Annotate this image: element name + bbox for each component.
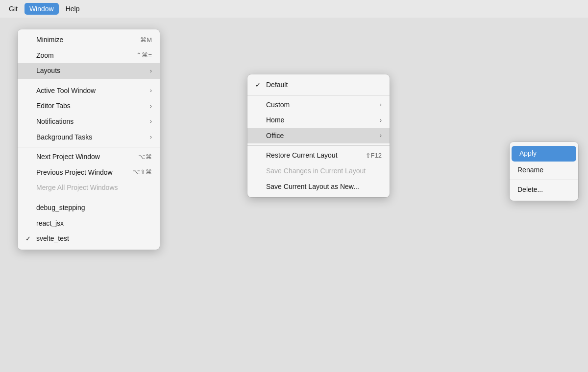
menu-item-save-changes[interactable]: Save Changes in Current Layout [247, 163, 390, 179]
zoom-label: Zoom [36, 51, 54, 61]
active-tool-window-label: Active Tool Window [36, 86, 96, 96]
minimize-label: Minimize [36, 35, 63, 45]
notifications-chevron: › [150, 117, 152, 126]
editor-tabs-label: Editor Tabs [36, 101, 71, 111]
layouts-label: Layouts [36, 66, 60, 76]
zoom-shortcut: ⌃⌘= [136, 51, 152, 60]
layouts-chevron: › [150, 67, 152, 75]
svelte-test-label: svelte_test [36, 234, 69, 244]
restore-shortcut: ⇧F12 [366, 151, 382, 160]
prev-project-shortcut: ⌥⇧⌘ [133, 168, 152, 177]
menu-item-layouts[interactable]: Layouts › [18, 63, 160, 79]
menu-item-notifications[interactable]: Notifications › [18, 114, 160, 130]
menu-item-active-tool-window[interactable]: Active Tool Window › [18, 83, 160, 99]
active-tool-chevron: › [150, 87, 152, 95]
separator-1 [18, 81, 160, 81]
apply-label: Apply [519, 149, 537, 159]
office-sep-1 [510, 180, 578, 180]
restore-current-label: Restore Current Layout [266, 151, 338, 161]
save-as-new-label: Save Current Layout as New... [266, 182, 359, 192]
menu-item-previous-project-window[interactable]: Previous Project Window ⌥⇧⌘ [18, 165, 160, 181]
rename-label: Rename [517, 165, 543, 175]
home-chevron: › [380, 116, 382, 125]
menu-item-home[interactable]: Home › [247, 113, 390, 128]
svelte-check: ✓ [25, 234, 33, 243]
menu-item-apply[interactable]: Apply [512, 146, 576, 162]
menu-item-editor-tabs[interactable]: Editor Tabs › [18, 98, 160, 114]
menu-item-zoom[interactable]: Zoom ⌃⌘= [18, 48, 160, 64]
debug-stepping-label: debug_stepping [36, 203, 85, 213]
menu-item-svelte-test[interactable]: ✓ svelte_test [18, 231, 160, 247]
menu-item-default[interactable]: ✓ Default [247, 77, 390, 93]
menu-item-debug-stepping[interactable]: debug_stepping [18, 200, 160, 216]
layouts-menu: ✓ Default Custom › Home › Office › [247, 74, 390, 197]
menu-item-save-as-new[interactable]: Save Current Layout as New... [247, 179, 390, 195]
previous-project-window-label: Previous Project Window [36, 168, 113, 178]
window-menu: Minimize ⌘M Zoom ⌃⌘= Layouts › Active To… [18, 29, 160, 250]
menu-item-rename[interactable]: Rename [510, 163, 578, 178]
next-project-window-label: Next Project Window [36, 152, 100, 162]
office-menu: Apply Rename Delete... [510, 142, 578, 201]
home-label: Home [266, 116, 284, 125]
menu-item-react-jsx[interactable]: react_jsx [18, 216, 160, 232]
minimize-shortcut: ⌘M [140, 36, 152, 45]
background-tasks-chevron: › [150, 133, 152, 141]
separator-2 [18, 147, 160, 147]
save-changes-label: Save Changes in Current Layout [266, 166, 366, 176]
default-check: ✓ [255, 81, 263, 90]
office-chevron: › [380, 132, 382, 140]
menu-bar: Git Window Help [0, 0, 588, 18]
menu-bar-git[interactable]: Git [4, 3, 23, 15]
menu-item-office[interactable]: Office › [247, 128, 390, 144]
merge-all-label: Merge All Project Windows [36, 183, 118, 193]
separator-3 [18, 198, 160, 198]
react-jsx-label: react_jsx [36, 219, 64, 229]
menu-item-merge-all[interactable]: Merge All Project Windows [18, 180, 160, 196]
menu-item-custom[interactable]: Custom › [247, 97, 390, 113]
menu-item-delete[interactable]: Delete... [510, 182, 578, 198]
menu-bar-help[interactable]: Help [61, 3, 85, 15]
next-project-shortcut: ⌥⌘ [138, 153, 152, 162]
editor-tabs-chevron: › [150, 102, 152, 111]
menu-item-minimize[interactable]: Minimize ⌘M [18, 32, 160, 48]
custom-label: Custom [266, 100, 290, 110]
delete-label: Delete... [517, 185, 543, 195]
custom-chevron: › [380, 101, 382, 109]
default-label: Default [266, 80, 288, 90]
menu-bar-window[interactable]: Window [24, 3, 59, 15]
menu-item-next-project-window[interactable]: Next Project Window ⌥⌘ [18, 149, 160, 165]
background-tasks-label: Background Tasks [36, 133, 92, 142]
layouts-sep-2 [247, 145, 390, 146]
office-label: Office [266, 131, 284, 141]
menu-item-background-tasks[interactable]: Background Tasks › [18, 130, 160, 145]
menu-item-restore-current[interactable]: Restore Current Layout ⇧F12 [247, 148, 390, 163]
layouts-sep-1 [247, 95, 390, 95]
notifications-label: Notifications [36, 117, 74, 127]
